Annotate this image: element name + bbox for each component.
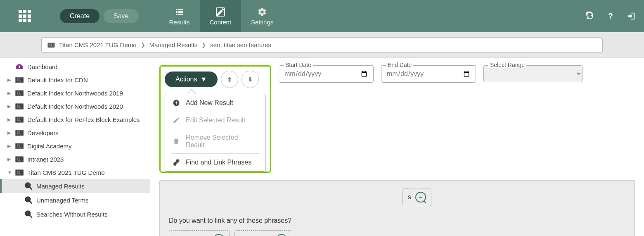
sidebar-label: Default Index for CDN <box>27 76 88 83</box>
logout-icon[interactable] <box>627 12 636 21</box>
sidebar-item[interactable]: ▶Default Index for Northwoods 2020 <box>0 100 150 113</box>
sidebar-dashboard[interactable]: Dashboard <box>0 60 150 73</box>
sidebar-label: Digital Academy <box>27 143 72 150</box>
folder-search-icon <box>15 89 24 97</box>
sidebar-item[interactable]: ▶Default Index for Northwoods 2019 <box>0 86 150 100</box>
folder-search-icon <box>47 42 55 48</box>
trash-icon <box>173 138 180 145</box>
chevron-right-icon: ❯ <box>201 42 206 48</box>
dd-label: Edit Selected Result <box>186 117 245 124</box>
svg-point-39 <box>26 211 31 216</box>
sidebar-managed-results[interactable]: Managed Results <box>0 179 150 193</box>
sidebar-item[interactable]: ▶Developers <box>0 126 150 139</box>
svg-point-12 <box>17 79 20 81</box>
dd-find-link-phrases[interactable]: Find and Link Phrases <box>165 154 265 171</box>
dd-remove-selected: Remove Selected Result <box>165 129 265 154</box>
svg-point-24 <box>17 131 20 134</box>
breadcrumb: Titan CMS 2021 TUG Demo ❯ Managed Result… <box>41 37 603 52</box>
svg-rect-4 <box>176 14 178 15</box>
folder-search-icon <box>15 76 24 83</box>
folder-search-icon <box>15 103 24 110</box>
tab-results[interactable]: Results <box>159 0 200 32</box>
save-button[interactable]: Save <box>104 9 138 23</box>
tab-label: Results <box>169 19 190 26</box>
svg-line-36 <box>30 187 32 190</box>
dd-add-new-result[interactable]: Add New Result <box>165 94 265 112</box>
folder-search-icon <box>15 129 24 136</box>
help-icon[interactable]: ? <box>606 12 615 21</box>
app-launcher-icon[interactable] <box>19 10 31 22</box>
gear-icon <box>257 7 267 17</box>
move-down-button[interactable] <box>242 71 259 88</box>
svg-point-30 <box>17 158 20 160</box>
move-up-button[interactable] <box>221 71 238 88</box>
zoom-in-icon <box>213 234 224 236</box>
svg-point-18 <box>17 105 20 107</box>
folder-search-icon <box>15 169 24 176</box>
dd-label: Remove Selected Result <box>186 134 258 149</box>
breadcrumb-seg[interactable]: seo, titan seo features <box>210 41 271 48</box>
svg-point-21 <box>17 118 20 121</box>
select-range-group: Select Range <box>483 65 582 82</box>
folder-search-icon <box>15 155 24 163</box>
breadcrumb-seg[interactable]: Titan CMS 2021 TUG Demo <box>59 41 137 48</box>
top-header: Create Save Results Content Settings ? <box>0 0 644 32</box>
sidebar-no-results[interactable]: Searches Without Results <box>0 207 150 221</box>
sidebar-item[interactable]: ▶Default Index for CDN <box>0 73 150 86</box>
dd-label: Find and Link Phrases <box>186 159 251 166</box>
sidebar-unmanaged-terms[interactable]: Unmanaged Terms <box>0 193 150 207</box>
dd-edit-selected: Edit Selected Result <box>165 112 265 129</box>
sidebar-label: Titan CMS 2021 TUG Demo <box>27 169 105 176</box>
svg-point-33 <box>17 171 20 174</box>
svg-point-15 <box>17 92 20 94</box>
sidebar-label: Managed Results <box>36 183 85 190</box>
dashboard-icon <box>15 64 24 70</box>
svg-rect-3 <box>178 11 183 13</box>
sidebar-item[interactable]: ▶Digital Academy <box>0 139 150 153</box>
content-area: Actions ▼ Add New Result Edit Selected R… <box>150 58 644 236</box>
actions-label: Actions <box>175 76 197 83</box>
actions-dropdown: Add New Result Edit Selected Result Remo… <box>165 94 266 172</box>
end-date-label: End Date <box>386 62 413 68</box>
refresh-icon[interactable] <box>585 12 594 21</box>
svg-point-37 <box>26 197 31 202</box>
svg-rect-0 <box>176 9 178 10</box>
zoom-in-icon <box>276 234 287 236</box>
tab-label: Settings <box>251 19 273 26</box>
svg-rect-1 <box>178 9 183 10</box>
actions-button[interactable]: Actions ▼ <box>165 72 218 87</box>
tab-settings[interactable]: Settings <box>241 0 283 32</box>
search-icon <box>24 182 33 190</box>
sidebar-label: Developers <box>27 129 59 136</box>
end-date-group: End Date <box>381 65 476 83</box>
sidebar-label: Dashboard <box>27 63 57 70</box>
svg-line-38 <box>30 201 32 204</box>
range-label: Select Range <box>488 62 526 68</box>
panel-question: Do you want to link any of these phrases… <box>169 217 625 224</box>
tab-content[interactable]: Content <box>200 0 242 32</box>
svg-line-40 <box>30 215 32 218</box>
phrase-chip-partial[interactable]: s <box>402 188 431 206</box>
phrase-chip-seo-yoast[interactable]: SEO Yoast <box>234 230 292 236</box>
svg-rect-2 <box>176 11 178 13</box>
search-icon <box>24 196 33 204</box>
create-button[interactable]: Create <box>60 9 99 23</box>
sidebar-label: Default Index for ReFlex Block Examples <box>27 116 140 123</box>
sidebar-label: Unmanaged Terms <box>36 197 88 204</box>
svg-point-27 <box>17 145 20 147</box>
breadcrumb-row: Titan CMS 2021 TUG Demo ❯ Managed Result… <box>0 32 644 58</box>
breadcrumb-seg[interactable]: Managed Results <box>149 41 198 48</box>
list-icon <box>175 7 185 17</box>
sidebar-item[interactable]: ▶Default Index for ReFlex Block Examples <box>0 113 150 126</box>
phrases-panel: s Do you want to link any of these phras… <box>159 180 635 236</box>
search-icon <box>24 210 33 218</box>
pencil-icon <box>173 117 180 124</box>
arrow-down-icon <box>246 76 254 83</box>
svg-point-35 <box>26 183 31 188</box>
sidebar-label: Default Index for Northwoods 2020 <box>27 103 123 110</box>
tab-label: Content <box>210 19 232 26</box>
sidebar-item[interactable]: ▶Intranet 2023 <box>0 153 150 166</box>
sidebar-label: Searches Without Results <box>36 211 108 218</box>
sidebar-item-expanded[interactable]: ▼Titan CMS 2021 TUG Demo <box>0 166 150 179</box>
phrase-chip-seo-plugin[interactable]: SEO plug in <box>169 230 230 236</box>
